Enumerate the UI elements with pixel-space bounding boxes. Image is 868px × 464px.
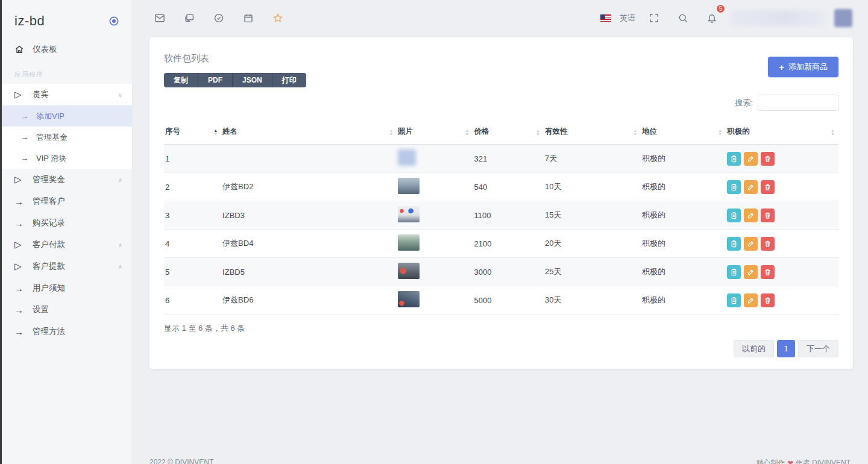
edit-button[interactable] [744, 152, 758, 166]
sidebar-toggle-icon[interactable] [108, 15, 120, 27]
add-product-label: 添加新商品 [788, 61, 828, 72]
column-header-validity[interactable]: 有效性▲▼ [544, 121, 641, 145]
user-avatar[interactable] [834, 9, 852, 27]
column-header-photo[interactable]: 照片▲▼ [397, 121, 473, 145]
sidebar: iz-bd 仪表板 应用程序 ▷ 贵宾 ∨ [0, 0, 133, 464]
copy-button[interactable]: 复制 [164, 73, 198, 87]
table-row: 3 IZBD3 1100 15天 积极的 [164, 201, 838, 230]
cell-status: 积极的 [641, 230, 726, 258]
arrow-right-icon: → [14, 283, 33, 293]
column-header-active[interactable]: 积极的▲▼ [726, 121, 838, 145]
cell-actions [726, 201, 838, 230]
edit-button[interactable] [744, 293, 758, 307]
star-icon[interactable] [268, 8, 288, 28]
column-header-price[interactable]: 价格▲▼ [473, 121, 544, 145]
pagination-prev-button[interactable]: 以前的 [734, 340, 774, 357]
arrow-right-icon: → [20, 133, 36, 142]
sort-icons: ▲▼ [718, 129, 722, 136]
sidebar-item-label: 管理客户 [33, 196, 65, 207]
cell-price: 5000 [473, 286, 544, 315]
cell-name: 伊兹BD2 [221, 173, 397, 201]
view-button[interactable] [727, 208, 741, 222]
sidebar-item-vip-slider[interactable]: → VIP 滑块 [0, 148, 132, 169]
cell-status: 积极的 [641, 145, 726, 173]
edit-button[interactable] [744, 237, 758, 251]
sort-icons: ▲▼ [831, 129, 835, 136]
sidebar-item-label: 用户须知 [33, 283, 65, 293]
packages-table: 序号▲▼ 姓名▲▼ 照片▲▼ 价格▲▼ 有效性▲▼ 地位▲▼ 积极的▲▼ 1 [164, 121, 838, 315]
delete-button[interactable] [761, 208, 775, 222]
sidebar-submenu-vip: → 添加VIP → 管理基金 → VIP 滑块 [0, 105, 132, 169]
table-search-row: 搜索: [164, 95, 838, 111]
view-button[interactable] [727, 237, 741, 251]
column-header-name[interactable]: 姓名▲▼ [221, 121, 397, 145]
cell-sn: 3 [164, 201, 221, 230]
cell-price: 3000 [473, 258, 544, 286]
sidebar-item-client-withdrawals[interactable]: ▷ 客户提款 ∧ [0, 256, 132, 277]
pagination-next-button[interactable]: 下一个 [798, 340, 838, 357]
json-button[interactable]: JSON [233, 73, 272, 87]
cell-status: 积极的 [641, 286, 726, 315]
sidebar-item-label: 添加VIP [36, 111, 64, 122]
sidebar-item-purchase-records[interactable]: → 购买记录 [0, 212, 132, 234]
sidebar-item-dashboard[interactable]: 仪表板 [0, 39, 132, 60]
cell-price: 540 [473, 173, 544, 201]
chevron-up-icon: ∧ [118, 177, 122, 183]
column-header-status[interactable]: 地位▲▼ [641, 121, 726, 145]
sidebar-item-manage-fund[interactable]: → 管理基金 [0, 127, 132, 148]
table-row: 2 伊兹BD2 540 10天 积极的 [164, 173, 838, 201]
sidebar-item-label: 管理奖金 [33, 174, 65, 185]
column-header-sn[interactable]: 序号▲▼ [164, 121, 221, 145]
sidebar-item-client-payments[interactable]: ▷ 客户付款 ∧ [0, 234, 132, 256]
view-button[interactable] [727, 180, 741, 194]
product-photo [398, 178, 420, 194]
product-photo [398, 263, 420, 279]
pdf-button[interactable]: PDF [198, 73, 233, 87]
delete-button[interactable] [761, 180, 775, 194]
view-button[interactable] [727, 293, 741, 307]
check-circle-icon[interactable] [209, 8, 229, 28]
chevron-up-icon: ∧ [118, 263, 122, 270]
search-input[interactable] [758, 95, 838, 111]
sidebar-item-manage-bonus[interactable]: ▷ 管理奖金 ∧ [0, 169, 132, 190]
delete-button[interactable] [761, 265, 775, 279]
sidebar-item-label: 购买记录 [33, 218, 65, 228]
sidebar-item-add-vip[interactable]: → 添加VIP [0, 105, 132, 127]
user-name[interactable] [731, 10, 826, 26]
search-label: 搜索: [735, 98, 753, 108]
sidebar-item-vip[interactable]: ▷ 贵宾 ∨ [0, 84, 132, 105]
notifications-bell-icon[interactable]: 5 [702, 8, 722, 28]
search-icon[interactable] [673, 8, 693, 28]
edit-button[interactable] [744, 180, 758, 194]
add-product-button[interactable]: + 添加新商品 [768, 57, 838, 77]
view-button[interactable] [727, 152, 741, 166]
cell-status: 积极的 [641, 201, 726, 230]
view-button[interactable] [727, 265, 741, 279]
calendar-icon[interactable] [238, 8, 259, 28]
cell-actions [726, 286, 838, 315]
delete-button[interactable] [761, 237, 775, 251]
sidebar-item-user-notice[interactable]: → 用户须知 [0, 277, 132, 299]
footer-copyright: 2022 © DIVINVENT [149, 458, 213, 464]
arrow-right-icon: → [14, 305, 33, 315]
delete-button[interactable] [761, 152, 775, 166]
cell-actions [726, 230, 838, 258]
us-flag-icon[interactable] [600, 14, 611, 22]
table-footer: 显示 1 至 6 条，共 6 条 以前的 1 下一个 [164, 323, 838, 357]
pagination-page-1[interactable]: 1 [777, 340, 795, 357]
delete-button[interactable] [761, 293, 775, 307]
edit-button[interactable] [744, 265, 758, 279]
cell-photo [397, 173, 473, 201]
fullscreen-icon[interactable] [644, 8, 664, 28]
arrow-right-icon: → [20, 111, 36, 121]
sidebar-item-settings[interactable]: → 设置 [0, 299, 132, 321]
product-photo [398, 149, 416, 166]
print-button[interactable]: 打印 [272, 73, 306, 87]
language-selector[interactable]: 英语 [620, 13, 635, 24]
mail-icon[interactable] [149, 8, 170, 28]
chat-icon[interactable] [179, 8, 200, 28]
sidebar-item-manage-clients[interactable]: → 管理客户 [0, 190, 132, 212]
edit-button[interactable] [744, 208, 758, 222]
sidebar-item-manage-methods[interactable]: → 管理方法 [0, 321, 132, 342]
arrow-right-icon: → [14, 218, 33, 228]
